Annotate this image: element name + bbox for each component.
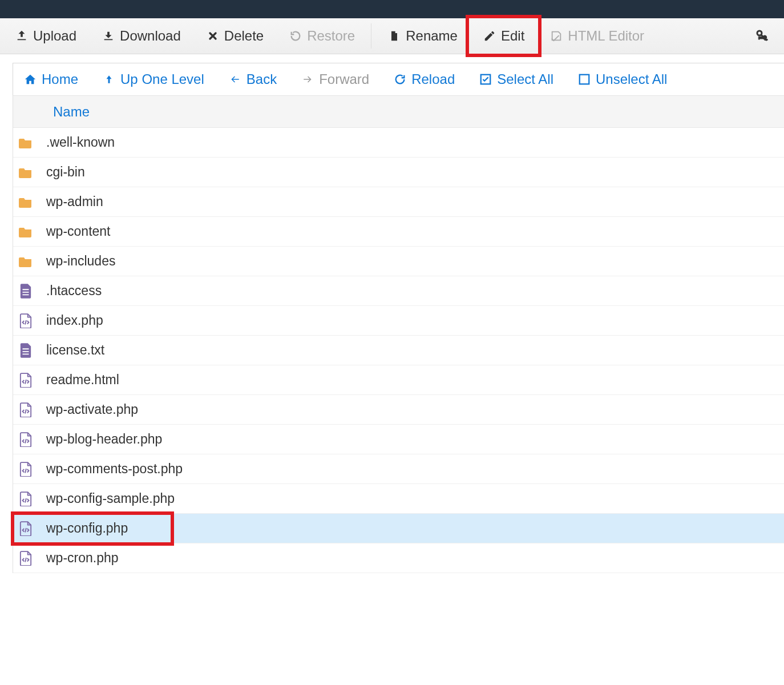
folder-icon [19, 225, 33, 239]
delete-button[interactable]: Delete [193, 18, 276, 54]
file-row[interactable]: wp-includes [13, 247, 784, 276]
file-row[interactable]: wp-activate.php [13, 395, 784, 425]
permissions-button[interactable] [743, 18, 782, 54]
file-name-label: readme.html [46, 372, 119, 388]
folder-icon [19, 255, 33, 268]
file-name-label: cgi-bin [46, 164, 85, 180]
forward-label: Forward [319, 71, 369, 87]
file-name-label: wp-activate.php [46, 402, 138, 417]
html-editor-label: HTML Editor [568, 28, 644, 44]
code-file-icon [19, 491, 33, 506]
select-all-button[interactable]: Select All [479, 71, 553, 87]
svg-rect-2 [580, 75, 589, 84]
check-square-icon [479, 73, 492, 86]
code-file-icon [19, 521, 33, 536]
edit-icon [483, 30, 496, 42]
file-name-label: wp-comments-post.php [46, 461, 183, 477]
forward-arrow-icon [301, 74, 314, 84]
up-one-level-button[interactable]: Up One Level [102, 71, 204, 87]
file-name-label: wp-config.php [46, 521, 128, 536]
file-row[interactable]: wp-config.php [13, 514, 784, 543]
code-file-icon [19, 402, 33, 417]
file-row[interactable]: .htaccess [13, 276, 784, 306]
file-row[interactable]: wp-content [13, 217, 784, 247]
code-file-icon [19, 551, 33, 566]
file-row[interactable]: index.php [13, 306, 784, 336]
file-name-label: license.txt [46, 342, 104, 358]
reload-icon [393, 73, 407, 86]
home-button[interactable]: Home [23, 71, 78, 87]
download-button[interactable]: Download [89, 18, 193, 54]
html-editor-button: HTML Editor [537, 18, 657, 54]
back-arrow-icon [228, 74, 242, 84]
file-name-label: .htaccess [46, 283, 102, 299]
svg-point-0 [757, 31, 762, 35]
code-file-icon [19, 432, 33, 447]
code-file-icon [19, 462, 33, 477]
edit-button[interactable]: Edit [470, 18, 537, 54]
file-row[interactable]: wp-config-sample.php [13, 484, 784, 514]
unselect-all-label: Unselect All [596, 71, 667, 87]
file-name-label: index.php [46, 313, 103, 328]
edit-label: Edit [501, 28, 524, 44]
unselect-all-button[interactable]: Unselect All [577, 71, 667, 87]
file-name-label: wp-admin [46, 194, 103, 209]
document-icon [19, 284, 33, 299]
code-file-icon [19, 313, 33, 328]
restore-label: Restore [307, 28, 355, 44]
main-toolbar: Upload Download Delete Restore Rename Ed… [0, 18, 784, 54]
file-row[interactable]: license.txt [13, 336, 784, 365]
html-editor-icon [549, 30, 563, 42]
key-icon [755, 29, 769, 43]
app-top-stripe [0, 0, 784, 18]
restore-button: Restore [276, 18, 367, 54]
select-all-label: Select All [497, 71, 553, 87]
upload-label: Upload [33, 28, 76, 44]
file-name-label: .well-known [46, 135, 115, 150]
file-name-label: wp-includes [46, 253, 115, 269]
file-list-panel: Name .well-known cgi-bin wp-admin wp-con… [13, 96, 784, 573]
navigation-bar: Home Up One Level Back Forward Reload Se… [13, 63, 784, 96]
upload-icon [15, 30, 29, 42]
document-icon [19, 343, 33, 358]
folder-icon [19, 195, 33, 209]
reload-button[interactable]: Reload [393, 71, 455, 87]
home-label: Home [42, 71, 78, 87]
folder-icon [19, 166, 33, 179]
home-icon [23, 73, 37, 86]
back-label: Back [246, 71, 277, 87]
download-icon [102, 30, 115, 42]
forward-button: Forward [301, 71, 369, 87]
file-row[interactable]: wp-blog-header.php [13, 425, 784, 454]
reload-label: Reload [411, 71, 455, 87]
file-row[interactable]: wp-cron.php [13, 543, 784, 573]
rename-icon [387, 30, 401, 42]
file-row[interactable]: .well-known [13, 128, 784, 158]
file-name-label: wp-config-sample.php [46, 491, 175, 506]
delete-label: Delete [224, 28, 264, 44]
column-header-row[interactable]: Name [13, 96, 784, 128]
rename-button[interactable]: Rename [375, 18, 470, 54]
download-label: Download [120, 28, 181, 44]
file-row[interactable]: cgi-bin [13, 158, 784, 187]
toolbar-separator [371, 23, 371, 49]
up-arrow-icon [102, 73, 116, 86]
delete-icon [206, 30, 220, 42]
back-button[interactable]: Back [228, 71, 277, 87]
name-column-header[interactable]: Name [53, 104, 90, 120]
file-row[interactable]: wp-comments-post.php [13, 454, 784, 484]
folder-icon [19, 136, 33, 150]
rename-label: Rename [406, 28, 458, 44]
file-row[interactable]: wp-admin [13, 187, 784, 217]
up-label: Up One Level [120, 71, 204, 87]
restore-icon [289, 30, 302, 42]
file-name-label: wp-cron.php [46, 550, 119, 566]
file-name-label: wp-blog-header.php [46, 432, 162, 447]
code-file-icon [19, 373, 33, 388]
upload-button[interactable]: Upload [2, 18, 89, 54]
square-icon [577, 73, 591, 86]
file-row[interactable]: readme.html [13, 365, 784, 395]
file-name-label: wp-content [46, 224, 111, 239]
